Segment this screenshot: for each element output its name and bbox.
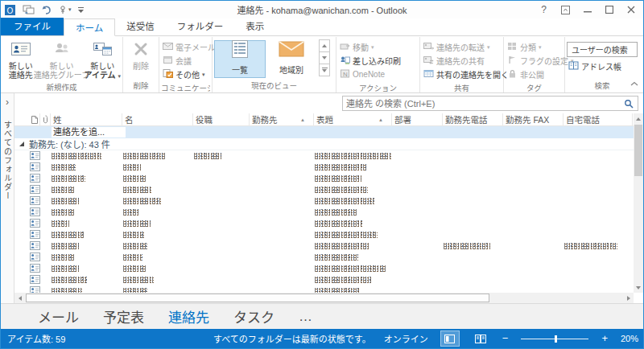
column-header-company[interactable]: 勤務先▲ — [250, 113, 314, 126]
scroll-down-icon[interactable] — [634, 282, 643, 293]
minimize-button[interactable] — [576, 1, 598, 18]
forward-contact-button[interactable]: 連絡先の転送▾ — [422, 40, 502, 54]
scroll-right-icon[interactable] — [623, 293, 634, 303]
new-item-button[interactable]: 新しいアイテム ▾ — [85, 39, 122, 80]
attachment-column-header[interactable] — [40, 113, 51, 126]
mail-merge-button[interactable]: 差し込み印刷 — [338, 54, 418, 68]
private-button[interactable]: 非公開 — [506, 68, 563, 81]
zoom-slider-thumb[interactable] — [555, 335, 557, 343]
zoom-out-button[interactable]: − — [502, 334, 509, 343]
zoom-level[interactable]: 20% — [621, 334, 638, 343]
view-list-button[interactable]: 一覧 — [214, 40, 266, 78]
address-book-button[interactable]: アドレス帳 — [567, 60, 638, 73]
contact-card-icon — [30, 174, 40, 184]
connection-status[interactable]: オンライン — [384, 332, 428, 345]
column-header-business-fax[interactable]: 勤務先 FAX — [503, 113, 564, 126]
column-header-job-title[interactable]: 役職 — [193, 113, 250, 126]
open-shared-contacts-button[interactable]: 共有の連絡先を開く — [422, 68, 502, 81]
column-header-file-as[interactable]: 表題▲ — [314, 113, 392, 126]
follow-up-button[interactable]: フラグの設定▾ — [506, 54, 563, 68]
search-people-box[interactable]: ユーザーの検索 — [567, 42, 638, 57]
contact-row[interactable] — [14, 207, 634, 218]
outlook-window: O ▾ 連絡先 - kohama@wanichan.com - Outlook … — [0, 0, 644, 349]
gallery-scroll-up-button[interactable] — [319, 39, 330, 52]
email-button[interactable]: 電子メール — [161, 40, 210, 54]
vertical-scroll-thumb[interactable] — [634, 125, 642, 176]
contact-row[interactable] — [14, 240, 634, 252]
outlook-app-icon[interactable]: O — [5, 2, 17, 17]
undo-icon[interactable] — [41, 2, 52, 17]
contact-row[interactable] — [14, 285, 634, 293]
tab-send-receive[interactable]: 送受信 — [115, 18, 166, 35]
new-contact-row[interactable]: 連絡先を追... — [14, 126, 634, 138]
column-header-department[interactable]: 部署 — [392, 113, 443, 126]
contact-row[interactable] — [14, 218, 634, 229]
folder-pane-label[interactable]: すべてのフォルダー — [2, 121, 14, 200]
new-contact-prompt[interactable]: 連絡先を追... — [52, 127, 126, 138]
expand-folder-pane-icon[interactable]: › — [6, 96, 9, 108]
tab-view[interactable]: 表示 — [234, 18, 275, 35]
search-input[interactable] — [343, 99, 624, 109]
contact-row[interactable] — [14, 274, 634, 285]
column-header-first-name[interactable]: 名 — [122, 113, 193, 126]
view-region-button[interactable]: 地域別 — [266, 40, 317, 78]
horizontal-scrollbar[interactable] — [14, 293, 634, 303]
contact-row[interactable] — [14, 162, 634, 173]
icon-column-header[interactable] — [29, 113, 40, 126]
sync-status[interactable]: すべてのフォルダーは最新の状態です。 — [213, 332, 371, 345]
gallery-more-button[interactable] — [319, 64, 330, 76]
redacted-subject — [315, 198, 374, 204]
contact-row[interactable] — [14, 150, 634, 162]
group-communication: 電子メール 会議 その他▾ コミュニケーション — [159, 37, 213, 92]
onenote-button[interactable]: N OneNote — [338, 68, 418, 81]
contact-row[interactable] — [14, 229, 634, 240]
collapse-ribbon-icon[interactable] — [630, 75, 638, 89]
categorize-button[interactable]: 分類▾ — [506, 40, 563, 54]
column-header-home-phone[interactable]: 自宅電話 — [564, 113, 633, 126]
contact-row[interactable] — [14, 184, 634, 195]
nav-tasks[interactable]: タスク — [233, 306, 275, 326]
send-receive-icon[interactable] — [23, 2, 35, 17]
scroll-up-icon[interactable] — [634, 113, 643, 124]
column-header-business-phone[interactable]: 勤務先電話 — [443, 113, 503, 126]
share-contact-button[interactable]: 連絡先の共有 — [422, 54, 502, 68]
nav-calendar[interactable]: 予定表 — [103, 306, 144, 326]
flag-icon — [507, 55, 518, 66]
vertical-scrollbar[interactable] — [634, 113, 643, 293]
gallery-scroll-down-button[interactable] — [319, 51, 330, 64]
new-contact-group-button[interactable]: 新しい連絡先グループ — [39, 39, 85, 80]
more-button[interactable]: その他▾ — [161, 68, 210, 81]
nav-mail[interactable]: メール — [38, 306, 79, 326]
ribbon-display-options-button[interactable] — [555, 1, 576, 18]
customize-qat-icon[interactable] — [77, 2, 85, 17]
search-icon[interactable] — [624, 99, 638, 109]
contact-row[interactable] — [14, 195, 634, 207]
contact-row[interactable] — [14, 173, 634, 184]
zoom-slider[interactable] — [521, 334, 588, 343]
meeting-button[interactable]: 会議 — [161, 54, 210, 68]
group-header-row[interactable]: 勤務先: (なし): 43 件 — [14, 138, 634, 150]
tab-home[interactable]: ホーム — [64, 18, 115, 36]
delete-button[interactable]: 削除 — [125, 39, 157, 71]
move-button[interactable]: 移動▾ — [338, 40, 418, 54]
close-button[interactable] — [620, 1, 642, 18]
maximize-button[interactable] — [598, 1, 620, 18]
tab-folder[interactable]: フォルダー — [166, 18, 235, 35]
contact-card-icon — [30, 275, 40, 285]
zoom-in-button[interactable]: + — [601, 334, 608, 343]
column-header-last-name[interactable]: 姓 — [51, 113, 122, 126]
tab-file[interactable]: ファイル — [1, 18, 64, 35]
contact-row[interactable] — [14, 263, 634, 274]
normal-view-button[interactable] — [441, 331, 459, 346]
nav-contacts[interactable]: 連絡先 — [168, 306, 209, 326]
nav-more[interactable]: … — [299, 309, 312, 325]
contact-row[interactable] — [14, 252, 634, 263]
help-button[interactable]: ? — [533, 1, 555, 18]
reading-view-button[interactable] — [472, 331, 489, 346]
search-row — [14, 93, 643, 113]
scroll-left-icon[interactable] — [14, 293, 25, 303]
sort-asc-icon: ▲ — [300, 117, 305, 122]
horizontal-scroll-thumb[interactable] — [26, 294, 489, 302]
group-expanded-icon[interactable] — [19, 142, 24, 146]
touch-mode-icon[interactable]: ▾ — [58, 2, 72, 17]
